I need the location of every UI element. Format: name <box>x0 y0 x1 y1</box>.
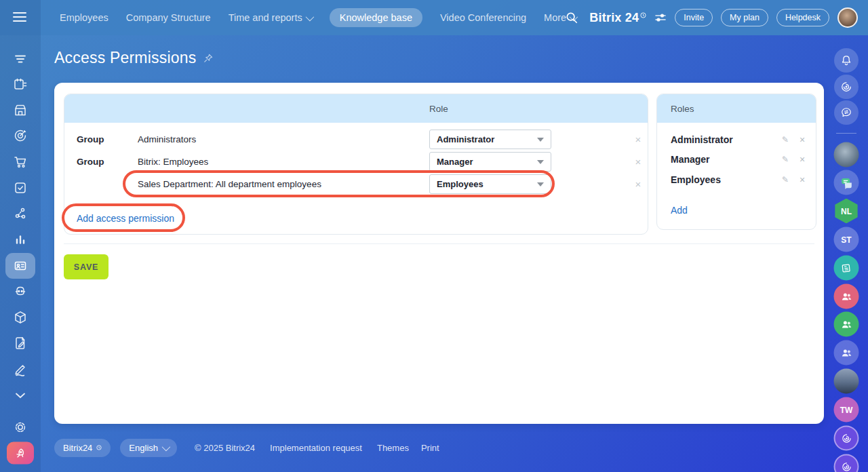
copilot-icon[interactable] <box>834 454 859 472</box>
page-title: Access Permissions <box>54 49 196 67</box>
people-icon[interactable] <box>834 312 859 337</box>
group-badge-st[interactable]: ST <box>834 227 859 252</box>
clock-logo-icon <box>96 445 102 450</box>
group-badge-nl[interactable]: NL <box>834 199 859 224</box>
automation-icon[interactable] <box>12 205 28 222</box>
role-select[interactable]: Manager <box>429 152 551 172</box>
user-avatar[interactable] <box>837 7 858 28</box>
sign-icon[interactable] <box>12 361 28 378</box>
brand-text: Bitrix 24 <box>589 11 639 25</box>
ai-icon[interactable] <box>12 283 28 300</box>
print-link[interactable]: Print <box>421 443 439 453</box>
nav-label: Time and reports <box>229 12 302 23</box>
left-rail <box>0 35 41 472</box>
analytics-icon[interactable] <box>12 231 28 248</box>
feed-icon[interactable] <box>12 51 28 67</box>
role-select[interactable]: Administrator <box>429 130 551 149</box>
copyright-text: © 2025 Bitrix24 <box>195 443 255 453</box>
language-label: English <box>129 443 158 453</box>
pin-icon[interactable] <box>203 53 214 64</box>
rail-divider <box>836 133 856 134</box>
footer-brand-pill[interactable]: Bitrix24 <box>54 439 111 457</box>
row-type: Group <box>77 130 104 150</box>
sliders-icon[interactable] <box>654 12 667 23</box>
edit-role-icon[interactable]: ✎ <box>782 130 789 149</box>
brand-logo[interactable]: Bitrix 24 <box>589 11 646 25</box>
add-role-link[interactable]: Add <box>671 205 688 216</box>
remove-row-icon[interactable]: × <box>631 174 645 195</box>
gear-icon[interactable] <box>12 419 28 435</box>
add-access-permission-link[interactable]: Add access permission <box>77 213 174 224</box>
copilot-icon[interactable] <box>834 75 859 99</box>
caret-down-icon <box>537 160 544 164</box>
footer: Bitrix24 English © 2025 Bitrix24 Impleme… <box>54 438 439 457</box>
bell-icon[interactable] <box>834 48 859 73</box>
menu-icon[interactable] <box>12 10 27 24</box>
remove-row-icon[interactable]: × <box>631 152 645 172</box>
badge-label: TW <box>840 405 853 414</box>
role-select-value: Manager <box>437 152 473 172</box>
delete-role-icon[interactable]: × <box>800 130 805 149</box>
implementation-request-link[interactable]: Implementation request <box>270 443 362 453</box>
document-edit-icon[interactable] <box>12 335 28 351</box>
themes-link[interactable]: Themes <box>377 443 409 453</box>
nav-video-conferencing[interactable]: Video Conferencing <box>440 12 526 23</box>
group-badge-tw[interactable]: TW <box>834 397 859 422</box>
package-icon[interactable] <box>12 309 28 326</box>
right-rail: NL ST TW <box>825 35 868 472</box>
role-select-value: Administrator <box>437 130 494 150</box>
rocket-icon[interactable] <box>7 442 34 465</box>
row-type: Group <box>77 152 104 172</box>
nav-knowledge-base[interactable]: Knowledge base <box>330 8 422 27</box>
footer-brand-text: Bitrix24 <box>63 443 92 453</box>
row-name: Sales Department: All department employe… <box>138 174 321 195</box>
role-list-item: Employees ✎ × <box>657 170 816 189</box>
copilot-icon[interactable] <box>834 426 859 451</box>
tasks-icon[interactable] <box>12 180 28 196</box>
nav-employees[interactable]: Employees <box>60 12 108 23</box>
row-name: Bitrix: Employees <box>138 152 208 172</box>
badge-label: NL <box>841 206 852 216</box>
roles-panel: Roles Administrator ✎ × Manager ✎ × Empl… <box>656 94 816 230</box>
news-icon[interactable] <box>834 256 859 281</box>
edit-role-icon[interactable]: ✎ <box>782 150 789 169</box>
card-divider <box>64 243 814 244</box>
language-selector[interactable]: English <box>120 439 177 457</box>
contact-avatar-city[interactable] <box>834 369 859 394</box>
nav-time-and-reports[interactable]: Time and reports <box>229 12 312 23</box>
save-button[interactable]: SAVE <box>64 254 108 279</box>
invite-button[interactable]: Invite <box>675 9 713 26</box>
my-plan-button[interactable]: My plan <box>721 9 768 26</box>
edit-role-icon[interactable]: ✎ <box>782 170 789 189</box>
delete-role-icon[interactable]: × <box>800 170 805 189</box>
cart-icon[interactable] <box>12 153 28 170</box>
chat-icon[interactable] <box>834 170 859 195</box>
permission-row: Sales Department: All department employe… <box>64 174 648 195</box>
search-icon[interactable] <box>565 11 578 24</box>
role-select[interactable]: Employees <box>429 174 551 194</box>
crm-icon[interactable] <box>12 127 28 144</box>
employees-card-icon <box>13 258 28 273</box>
main-nav: Employees Company Structure Time and rep… <box>60 0 576 35</box>
contact-avatar-photo[interactable] <box>834 142 859 168</box>
caret-down-icon <box>537 138 544 142</box>
messenger-icon[interactable] <box>834 100 859 125</box>
people-icon[interactable] <box>834 340 859 366</box>
nav-company-structure[interactable]: Company Structure <box>126 12 211 23</box>
sidebar-item-employees-active[interactable] <box>5 253 35 279</box>
market-icon[interactable] <box>12 102 28 118</box>
delete-role-icon[interactable]: × <box>800 150 805 169</box>
chevron-down-icon[interactable] <box>12 387 28 404</box>
helpdesk-button[interactable]: Helpdesk <box>776 9 829 26</box>
chevron-down-icon <box>162 442 171 451</box>
row-name: Administrators <box>138 130 196 150</box>
role-list-item: Manager ✎ × <box>657 150 816 169</box>
role-name: Manager <box>671 150 710 169</box>
permission-row: Group Bitrix: Employees Manager × <box>64 152 648 172</box>
nav-label: Company Structure <box>126 12 211 23</box>
nav-label: Knowledge base <box>340 12 412 23</box>
permissions-panel: Role Group Administrators Administrator … <box>64 94 648 235</box>
people-icon[interactable] <box>834 284 859 309</box>
remove-row-icon[interactable]: × <box>631 130 645 150</box>
planner-icon[interactable] <box>12 76 28 92</box>
